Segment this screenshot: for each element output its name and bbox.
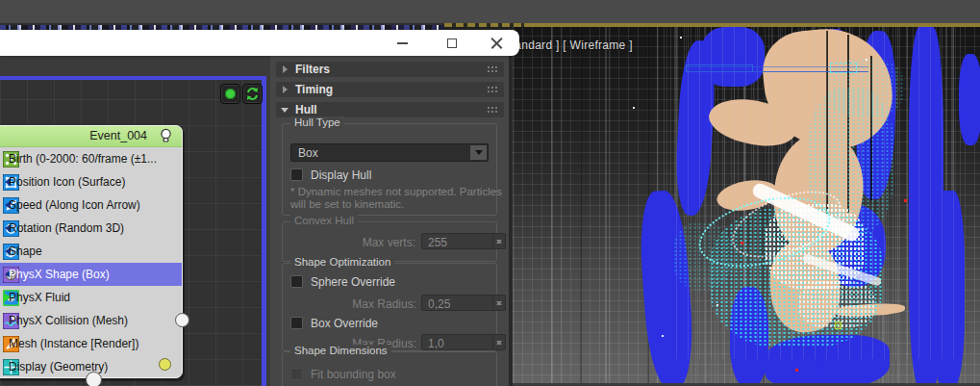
hull-type-group: Hull Type Box Display Hull * Dynamic mes… xyxy=(282,123,497,216)
rollout-title: Timing xyxy=(295,83,333,96)
operator-row-shape[interactable]: Shape xyxy=(0,240,182,263)
max-verts-field[interactable]: 255 xyxy=(421,233,506,249)
max-verts-label: Max verts: xyxy=(321,236,415,249)
operator-label: Birth (0-2000: 60/frame (±1... xyxy=(9,152,157,166)
max-radius-label: Max Radius: xyxy=(341,297,416,311)
spinner-arrows-icon[interactable] xyxy=(492,234,505,248)
event-output-socket[interactable] xyxy=(175,313,189,327)
group-legend: Hull Type xyxy=(290,116,344,128)
sync-arrows-icon xyxy=(245,87,260,101)
max-title-bar xyxy=(0,0,980,25)
sphere-max-radius-field[interactable]: 0,25 xyxy=(421,295,506,311)
fit-bounding-box-label: Fit bounding box xyxy=(311,368,396,381)
operator-row-birth[interactable]: Birth (0-2000: 60/frame (±1... xyxy=(0,147,182,170)
parameters-panel: Filters Timing Hull Hull Type Box Displa… xyxy=(270,56,509,386)
operator-label: PhysX Fluid xyxy=(9,291,70,304)
operator-row-speed[interactable]: Speed (Along Icon Arrow) xyxy=(0,193,182,217)
kinematic-note-line1: * Dynamic meshes not supported. Particle… xyxy=(290,186,502,198)
drag-grip-icon[interactable] xyxy=(487,106,497,115)
operator-row-position-icon[interactable]: Position Icon (Surface) xyxy=(0,170,182,193)
hull-type-dropdown[interactable]: Box xyxy=(290,143,489,162)
close-button[interactable] xyxy=(477,30,515,56)
operator-row-physx-fluid[interactable]: PhysX Fluid xyxy=(0,286,182,309)
sphere-override-label: Sphere Override xyxy=(311,275,395,289)
particle-view-titlebar[interactable] xyxy=(0,30,519,56)
group-legend: Shape Dimensions xyxy=(290,345,391,356)
shape-dimensions-group: Shape Dimensions Fit bounding box xyxy=(282,351,497,386)
operator-label: PhysX Shape (Box) xyxy=(9,268,110,281)
minimize-icon xyxy=(397,42,408,44)
rollout-title: Hull xyxy=(295,103,317,116)
group-legend: Convex Hull xyxy=(290,215,358,226)
rollout-header-timing[interactable]: Timing xyxy=(276,82,504,97)
event-title: Event_004 xyxy=(89,129,147,142)
box-max-radius-field[interactable]: 1,0 xyxy=(421,334,506,350)
grid-line xyxy=(551,27,553,386)
sphere-override-checkbox[interactable] xyxy=(290,275,303,288)
lamp-icon[interactable] xyxy=(159,128,173,144)
fit-bounding-box-checkbox[interactable] xyxy=(290,368,303,380)
rollout-header-hull[interactable]: Hull xyxy=(276,102,504,117)
kinematic-note-line2: will be set to kinematic. xyxy=(290,198,404,211)
maximize-icon xyxy=(447,39,457,48)
sync-button[interactable] xyxy=(242,84,263,104)
viewport-shading-label[interactable]: [ Standard ] [ Wireframe ] xyxy=(513,39,633,52)
drag-grip-icon[interactable] xyxy=(487,65,497,74)
sphere-max-radius-value: 0,25 xyxy=(428,297,450,311)
event-node[interactable]: Event_004 Birth (0-2000: 60/frame (±1...… xyxy=(0,125,183,378)
rollout-title: Filters xyxy=(295,63,330,76)
shape-optimization-group: Shape Optimization Sphere Override Max R… xyxy=(282,263,497,351)
minimize-button[interactable] xyxy=(383,30,421,56)
operator-row-physx-shape[interactable]: PhysX Shape (Box) xyxy=(0,263,182,286)
screen: [ Standard ] [ Wireframe ] Event_004 xyxy=(0,0,980,386)
operator-label: Shape xyxy=(9,244,42,258)
close-icon xyxy=(490,37,503,49)
grid-line xyxy=(580,27,582,386)
chevron-down-icon xyxy=(281,108,289,113)
spinner-arrows-icon[interactable] xyxy=(492,335,505,349)
green-dot-icon xyxy=(225,89,236,99)
group-legend: Shape Optimization xyxy=(290,256,394,268)
box-override-checkbox[interactable] xyxy=(290,317,303,329)
max-verts-value: 255 xyxy=(428,236,447,249)
particle-view-event-display[interactable]: Event_004 Birth (0-2000: 60/frame (±1...… xyxy=(0,56,270,386)
box-override-label: Box Override xyxy=(311,317,378,330)
operator-label: PhysX Collision (Mesh) xyxy=(9,314,128,327)
hull-type-value: Box xyxy=(298,146,318,160)
dropdown-arrow-icon[interactable] xyxy=(470,145,487,160)
grid-line xyxy=(605,27,607,386)
operator-row-physx-collision[interactable]: PhysX Collision (Mesh) xyxy=(0,309,182,332)
operator-row-rotation[interactable]: Rotation (Random 3D) xyxy=(0,217,182,240)
viewport[interactable]: [ Standard ] [ Wireframe ] xyxy=(513,27,980,386)
maximize-button[interactable] xyxy=(433,30,471,56)
drag-grip-icon[interactable] xyxy=(487,86,497,94)
operator-label: Mesh (Instance [Render]) xyxy=(9,337,138,350)
display-color-swatch[interactable] xyxy=(159,358,171,371)
operator-row-mesh[interactable]: Mesh (Instance [Render]) xyxy=(0,332,182,355)
chevron-right-icon xyxy=(283,86,288,93)
display-hull-checkbox[interactable] xyxy=(290,168,303,181)
chevron-right-icon xyxy=(283,65,288,73)
event-header[interactable]: Event_004 xyxy=(0,126,182,147)
operator-label: Position Icon (Surface) xyxy=(9,175,125,189)
spinner-arrows-icon[interactable] xyxy=(492,296,505,310)
event-bottom-socket[interactable] xyxy=(86,372,102,386)
operator-label: Speed (Along Icon Arrow) xyxy=(9,198,140,212)
panel-viewport-divider xyxy=(509,56,513,386)
display-hull-label: Display Hull xyxy=(311,168,371,182)
operator-label: Rotation (Random 3D) xyxy=(9,221,124,235)
green-dot-button[interactable] xyxy=(220,84,240,104)
box-max-radius-value: 1,0 xyxy=(428,337,444,350)
rollout-header-filters[interactable]: Filters xyxy=(276,62,504,77)
